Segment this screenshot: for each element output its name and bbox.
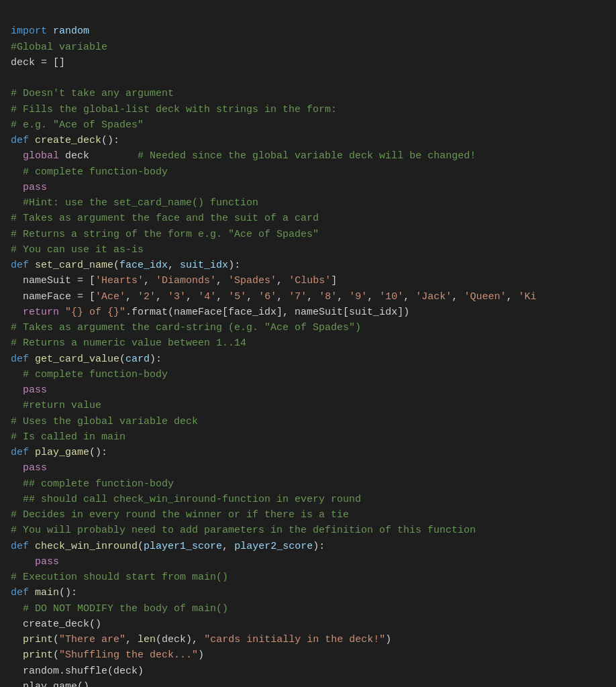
code-text bbox=[11, 150, 23, 162]
param-name: card bbox=[125, 354, 150, 365]
code-text: , bbox=[216, 291, 228, 303]
string-value: "Shuffling the deck..." bbox=[59, 649, 198, 661]
keyword-def: def bbox=[11, 541, 29, 552]
code-text: (): bbox=[59, 587, 77, 598]
comment-line: # You will probably need to add paramete… bbox=[11, 525, 476, 536]
comment-inline: # Needed since the global variable deck … bbox=[138, 150, 476, 162]
comment-line: # Doesn't take any argument bbox=[11, 88, 174, 99]
code-text bbox=[11, 556, 35, 568]
function-name: play_game bbox=[35, 447, 89, 458]
function-name: create_deck bbox=[35, 135, 101, 146]
code-text bbox=[11, 197, 23, 209]
keyword-def: def bbox=[11, 447, 29, 458]
code-text bbox=[11, 307, 23, 318]
code-text bbox=[29, 260, 35, 271]
code-text: nameFace = [ bbox=[11, 291, 95, 303]
code-text: , bbox=[156, 291, 168, 303]
keyword-def: def bbox=[11, 354, 29, 365]
code-text: , bbox=[506, 291, 518, 303]
param-name: suit_idx bbox=[180, 260, 228, 271]
code-text: , bbox=[337, 291, 349, 303]
function-name: get_card_value bbox=[35, 354, 119, 365]
code-text: , bbox=[307, 291, 319, 303]
code-text: , bbox=[186, 291, 198, 303]
string-value: '6' bbox=[258, 291, 276, 303]
code-text: random.shuffle(deck) bbox=[11, 666, 144, 677]
code-text: ( bbox=[119, 354, 125, 365]
code-text bbox=[11, 166, 23, 178]
code-text: ( bbox=[113, 260, 119, 271]
code-editor[interactable]: import random #Global variable deck = []… bbox=[11, 8, 605, 687]
string-value: 'Diamonds' bbox=[156, 275, 216, 286]
keyword-def: def bbox=[11, 260, 29, 271]
code-text: ) bbox=[198, 649, 204, 661]
comment-line: # Returns a string of the form e.g. "Ace… bbox=[11, 229, 319, 240]
string-value: 'Spades' bbox=[228, 275, 276, 286]
comment-line: # e.g. "Ace of Spades" bbox=[11, 119, 144, 131]
comment-line: # Takes as argument the card-string (e.g… bbox=[11, 322, 361, 333]
code-text: deck = [] bbox=[11, 57, 65, 68]
builtin-len: len bbox=[138, 634, 156, 645]
builtin-print: print bbox=[23, 649, 53, 661]
string-value: '3' bbox=[168, 291, 186, 303]
keyword-def: def bbox=[11, 135, 29, 146]
keyword-pass: pass bbox=[35, 556, 59, 568]
module-name: random bbox=[53, 25, 89, 37]
function-name: check_win_inround bbox=[35, 541, 138, 552]
param-name: player2_score bbox=[234, 541, 313, 552]
comment-line: # complete function-body bbox=[23, 166, 168, 178]
code-text bbox=[11, 603, 23, 615]
code-text: , bbox=[168, 260, 180, 271]
comment-line: # Is called in main bbox=[11, 431, 125, 443]
code-text: ( bbox=[138, 541, 144, 552]
string-value: 'Queen' bbox=[464, 291, 506, 303]
comment-line: # You can use it as-is bbox=[11, 244, 144, 256]
code-text: , bbox=[403, 291, 415, 303]
param-name: player1_score bbox=[144, 541, 222, 552]
code-text bbox=[11, 649, 23, 661]
code-text bbox=[29, 541, 35, 552]
code-text: (): bbox=[89, 447, 107, 458]
code-text: , bbox=[144, 275, 156, 286]
string-value: 'Jack' bbox=[415, 291, 452, 303]
code-text bbox=[11, 478, 23, 490]
string-value: "{} of {}" bbox=[65, 307, 125, 318]
code-text: ): bbox=[150, 354, 162, 365]
code-text: ): bbox=[313, 541, 325, 552]
keyword-global: global bbox=[23, 150, 59, 162]
comment-line: ## should call check_win_inround-functio… bbox=[23, 494, 361, 505]
string-value: '8' bbox=[319, 291, 337, 303]
code-text: ): bbox=[228, 260, 240, 271]
code-text bbox=[11, 634, 23, 645]
keyword-pass: pass bbox=[23, 462, 47, 474]
code-text bbox=[29, 587, 35, 598]
comment-line: #return value bbox=[23, 400, 101, 411]
keyword-pass: pass bbox=[23, 182, 47, 193]
comment-line: # Execution should start from main() bbox=[11, 572, 228, 583]
code-text: nameSuit = [ bbox=[11, 275, 95, 286]
function-name: main bbox=[35, 587, 59, 598]
code-text bbox=[11, 384, 23, 396]
string-value: '9' bbox=[349, 291, 367, 303]
string-value: '2' bbox=[138, 291, 156, 303]
keyword-import: import bbox=[11, 25, 47, 37]
function-name: set_card_name bbox=[35, 260, 113, 271]
string-value: 'Ace' bbox=[95, 291, 125, 303]
code-text bbox=[11, 369, 23, 380]
code-text: (): bbox=[101, 135, 119, 146]
string-value: 'Ki bbox=[518, 291, 536, 303]
code-text: , bbox=[125, 291, 138, 303]
code-text: deck bbox=[59, 150, 138, 162]
code-text: (deck), bbox=[156, 634, 204, 645]
string-value: '10' bbox=[379, 291, 403, 303]
code-text: , bbox=[452, 291, 464, 303]
code-text bbox=[29, 135, 35, 146]
code-text bbox=[11, 182, 23, 193]
keyword-def: def bbox=[11, 587, 29, 598]
code-text: , bbox=[216, 275, 228, 286]
string-value: '4' bbox=[198, 291, 216, 303]
code-text: , bbox=[125, 634, 138, 645]
code-text bbox=[29, 354, 35, 365]
comment-line: # Decides in every round the winner or i… bbox=[11, 509, 349, 521]
keyword-return: return bbox=[23, 307, 59, 318]
